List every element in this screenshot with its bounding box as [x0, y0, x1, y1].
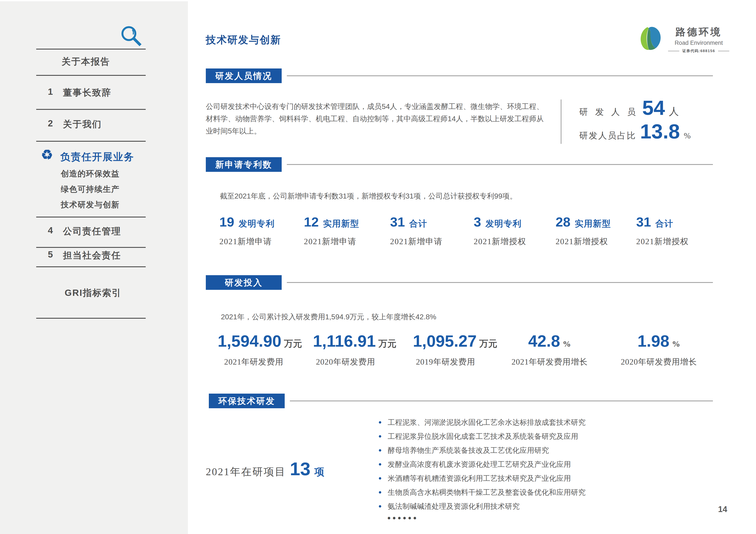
list-item: 工程泥浆异位脱水固化成套工艺技术及系统装备研究及应用: [379, 432, 585, 440]
sidebar-item-responsibility-management[interactable]: 公司责任管理: [63, 225, 121, 237]
bullet-icon: [379, 421, 381, 423]
sidebar-item-number: 2: [48, 118, 53, 129]
company-logo: 路德环境 Road Environment 证券代码:688156: [637, 25, 729, 53]
personnel-paragraph: 公司研发技术中心设有专门的研发技术管理团队，成员54人，专业涵盖发酵工程、微生物…: [206, 100, 547, 137]
sidebar-divider: [36, 216, 146, 217]
patent-stat: 31合计 2021新增申请: [390, 214, 443, 247]
investment-stat: 1,116.91万元 2020年研发费用: [313, 332, 396, 367]
sidebar-divider: [36, 247, 146, 248]
sidebar-item-about-us[interactable]: 关于我们: [63, 118, 102, 130]
investment-stat: 1,594.90万元 2021年研发费用: [218, 332, 302, 367]
patent-stat: 19发明专利 2021新增申请: [219, 214, 275, 247]
sidebar-item-gri-index[interactable]: GRI指标索引: [65, 287, 122, 299]
ellipsis-dots: ••••••: [388, 513, 418, 523]
sidebar-item-chairman-message[interactable]: 董事长致辞: [63, 87, 111, 99]
vertical-divider: [561, 99, 561, 144]
list-item: 生物质高含水粘稠类物料干燥工艺及整套设备优化和应用研究: [379, 488, 585, 496]
bullet-icon: [379, 505, 381, 508]
section-band-patents: 新申请专利数: [206, 157, 713, 172]
sidebar-subitem-green-production[interactable]: 绿色可持续生产: [61, 184, 120, 195]
sidebar-divider: [36, 141, 146, 142]
sidebar-divider: [36, 318, 146, 319]
dash-decoration: [668, 51, 679, 51]
page-title: 技术研发与创新: [206, 33, 281, 47]
section-title: 研发人员情况: [206, 68, 282, 83]
logo-stock-code: 证券代码:688156: [668, 48, 729, 53]
sidebar-item-number: 4: [48, 225, 53, 236]
bullet-icon: [379, 449, 381, 451]
section-title: 新申请专利数: [206, 157, 282, 172]
section-title: 研发投入: [206, 275, 282, 290]
patent-stat: 31合计 2021新增授权: [636, 214, 689, 247]
bullet-icon: [379, 491, 381, 494]
sidebar-divider: [36, 49, 146, 50]
ongoing-projects-stat: 2021年在研项目 13 项: [206, 458, 324, 479]
sidebar-item-about-report[interactable]: 关于本报告: [62, 56, 110, 67]
investment-stat: 1.98% 2020年研发费用增长: [610, 332, 707, 367]
sidebar-divider: [36, 75, 146, 76]
section-title: 环保技术研发: [209, 394, 285, 408]
sidebar-divider: [36, 109, 146, 110]
sidebar-item-social-responsibility[interactable]: 担当社会责任: [63, 249, 121, 261]
patents-paragraph: 截至2021年底，公司新增申请专利数31项，新增授权专利31项，公司总计获授权专…: [220, 190, 716, 202]
logo-mark: [637, 25, 663, 51]
sidebar-item-responsible-business[interactable]: 负责任开展业务: [60, 150, 134, 164]
bullet-icon: [379, 477, 381, 479]
section-band-research: 环保技术研发: [209, 394, 713, 408]
section-rule: [290, 400, 713, 401]
bullet-icon: [379, 463, 381, 466]
investment-stat: 42.8% 2021年研发费用增长: [500, 332, 599, 367]
sidebar-item-number: 1: [48, 87, 53, 97]
section-band-investment: 研发投入: [206, 275, 713, 290]
investment-stat: 1,095.27万元 2019年研发费用: [413, 332, 498, 367]
patent-stat: 28实用新型 2021新增授权: [555, 214, 611, 247]
investment-paragraph: 2021年，公司累计投入研发费用1,594.9万元，较上年度增长42.8%: [221, 311, 716, 323]
sidebar: 关于本报告 1 董事长致辞 2 关于我们 ♻︎ 负责任开展业务 创造的环保效益 …: [0, 1, 188, 534]
section-band-personnel: 研发人员情况: [206, 68, 713, 83]
search-icon[interactable]: [120, 25, 145, 50]
list-item: 酵母培养物生产系统装备技改及工艺优化应用研究: [379, 446, 585, 454]
personnel-stat-headcount: 研 发 人 员 54 人: [579, 96, 679, 119]
section-rule: [287, 164, 713, 165]
list-item: 米酒糟等有机糟渣资源化利用工艺技术研究及产业化应用: [379, 474, 585, 482]
patent-stat: 3发明专利 2021新增授权: [474, 214, 526, 247]
sidebar-divider: [36, 267, 146, 267]
logo-name-cn: 路德环境: [675, 25, 722, 39]
section-rule: [287, 75, 713, 76]
list-item: 氨法制碱碱渣处理及资源化利用技术研究: [379, 502, 585, 510]
bullet-icon: [379, 435, 381, 438]
patent-stat: 12实用新型 2021新增申请: [304, 214, 359, 247]
page-number: 14: [718, 505, 727, 514]
sidebar-subitem-environmental-benefit[interactable]: 创造的环保效益: [61, 168, 120, 179]
list-item: 工程泥浆、河湖淤泥脱水固化工艺余水达标排放成套技术研究: [379, 418, 585, 426]
report-page: 关于本报告 1 董事长致辞 2 关于我们 ♻︎ 负责任开展业务 创造的环保效益 …: [0, 0, 756, 534]
logo-name-en: Road Environment: [675, 39, 723, 46]
dash-decoration: [718, 51, 729, 51]
sidebar-subitem-tech-innovation[interactable]: 技术研发与创新: [61, 199, 120, 210]
recycle-icon: ♻︎: [41, 148, 53, 162]
personnel-stat-ratio: 研发人员占比 13.8 %: [579, 120, 691, 143]
section-rule: [287, 282, 713, 283]
list-item: 发酵业高浓度有机废水资源化处理工艺研究及产业化应用: [379, 460, 585, 468]
sidebar-item-number: 5: [48, 249, 53, 260]
research-bullet-list: 工程泥浆、河湖淤泥脱水固化工艺余水达标排放成套技术研究 工程泥浆异位脱水固化成套…: [379, 418, 585, 516]
